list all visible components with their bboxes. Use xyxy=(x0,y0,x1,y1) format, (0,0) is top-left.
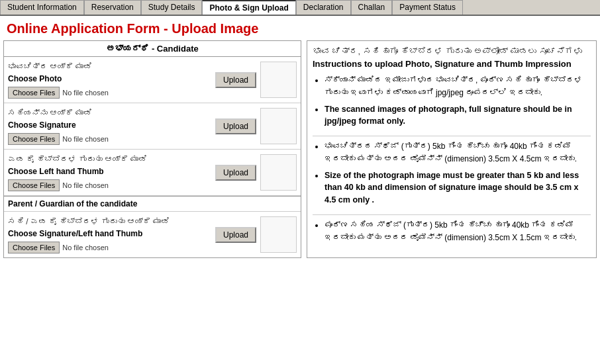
tab-study-details[interactable]: Study Details xyxy=(141,0,203,15)
main-content: ಅಭ್ಯರ್ಥಿ - Candidate ಭಾವಚಿತ್ರ ಆಯ್ಕೆ ಮಾಡಿ… xyxy=(0,40,600,261)
thumb-file-input-area: Choose Files No file chosen xyxy=(8,179,211,191)
instructions-section-2: ಭಾವಚಿತ್ರದ ಸ್ಥೆಜ್ (ಗಾತ್ರ) 5kb ಗಿಂತ ಹೆಚ್ಚು… xyxy=(313,140,591,206)
thumb-no-file-text: No file chosen xyxy=(62,180,109,191)
tab-declaration[interactable]: Declaration xyxy=(296,0,351,15)
photo-choose-button[interactable]: Choose Files xyxy=(8,87,60,99)
guardian-label-area: ಸಹಿ / ಎಡ ಕೈ ಹೆಬ್ಬೆರಳ ಗುರುತು ಆಯ್ಕೆ ಮಾಡಿ C… xyxy=(8,216,211,253)
thumb-bold-label: Choose Left hand Thumb xyxy=(8,165,211,177)
photo-label-area: ಭಾವಚಿತ್ರ ಆಯ್ಕೆ ಮಾಡಿ Choose Photo Choose … xyxy=(8,61,211,99)
thumb-label-area: ಎಡ ಕೈ ಹೆಬ್ಬೆರಳ ಗುರುತು ಆಯ್ಕೆ ಮಾಡಿ Choose … xyxy=(8,154,211,191)
signature-no-file-text: No file chosen xyxy=(62,134,109,145)
thumb-upload-row: ಎಡ ಕೈ ಹೆಬ್ಬೆರಳ ಗುರುತು ಆಯ್ಕೆ ಮಾಡಿ Choose … xyxy=(4,150,301,196)
instructions-section-1: ಸ್ಕ್ಯಾನ್ ಮಾಡಿದ ಇಮೇಜುಗಳಾದ ಭಾವಚಿತ್ರ, ಪೂರ್ಣ… xyxy=(313,74,591,128)
guardian-no-file-text: No file chosen xyxy=(62,242,109,253)
section-divider xyxy=(313,136,591,136)
instruction-item-1-kannada: ಸ್ಕ್ಯಾನ್ ಮಾಡಿದ ಇಮೇಜುಗಳಾದ ಭಾವಚಿತ್ರ, ಪೂರ್ಣ… xyxy=(325,74,591,99)
tab-student-information[interactable]: Student Information xyxy=(0,0,84,15)
thumb-kannada-label: ಎಡ ಕೈ ಹೆಬ್ಬೆರಳ ಗುರುತು ಆಯ್ಕೆ ಮಾಡಿ xyxy=(8,154,211,165)
instruction-item-1-english: The scanned images of photograph, full s… xyxy=(325,103,591,128)
page-title: Online Application Form - Upload Image xyxy=(0,16,600,40)
section-divider-2 xyxy=(313,214,591,215)
photo-upload-button[interactable]: Upload xyxy=(215,72,256,88)
tab-bar: Student Information Reservation Study De… xyxy=(0,0,600,16)
tab-photo-sign-upload[interactable]: Photo & Sign Upload xyxy=(202,0,295,15)
photo-kannada-label: ಭಾವಚಿತ್ರ ಆಯ್ಕೆ ಮಾಡಿ xyxy=(8,61,211,73)
guardian-choose-button[interactable]: Choose Files xyxy=(8,242,60,253)
guardian-file-input-area: Choose Files No file chosen xyxy=(8,242,211,253)
signature-choose-button[interactable]: Choose Files xyxy=(8,133,60,145)
instructions-list-1: ಸ್ಕ್ಯಾನ್ ಮಾಡಿದ ಇಮೇಜುಗಳಾದ ಭಾವಚಿತ್ರ, ಪೂರ್ಣ… xyxy=(313,74,591,128)
instructions-list-2: ಭಾವಚಿತ್ರದ ಸ್ಥೆಜ್ (ಗಾತ್ರ) 5kb ಗಿಂತ ಹೆಚ್ಚು… xyxy=(313,140,591,206)
signature-thumbnail xyxy=(260,108,297,144)
thumb-thumbnail xyxy=(260,154,297,191)
instructions-list-3: ಪೂರ್ಣ ಸಹಿಯ ಸ್ಥೆಜ್ (ಗಾತ್ರ) 5kb ಗಿಂತ ಹೆಚ್ಚ… xyxy=(313,219,591,244)
signature-kannada-label: ಸಹಿಯನ್ನು ಆಯ್ಕೆ ಮಾಡಿ xyxy=(8,107,211,119)
signature-file-input-area: Choose Files No file chosen xyxy=(8,133,211,145)
guardian-upload-button[interactable]: Upload xyxy=(215,227,256,243)
guardian-bold-label: Choose Signature/Left hand Thumb xyxy=(8,228,211,240)
instructions-title-kannada: ಭಾವ ಚಿತ್ರ, ಸಹಿ ಹಾಗೂ ಹೆಬ್ಬೆರಳ ಗುರುತು ಅಪ್ಲ… xyxy=(313,46,591,56)
photo-bold-label: Choose Photo xyxy=(8,73,211,85)
signature-label-area: ಸಹಿಯನ್ನು ಆಯ್ಕೆ ಮಾಡಿ Choose Signature Cho… xyxy=(8,107,211,145)
photo-thumbnail xyxy=(260,62,297,98)
instruction-item-3-kannada: ಪೂರ್ಣ ಸಹಿಯ ಸ್ಥೆಜ್ (ಗಾತ್ರ) 5kb ಗಿಂತ ಹೆಚ್ಚ… xyxy=(325,219,591,244)
candidate-header: ಅಭ್ಯರ್ಥಿ - Candidate xyxy=(4,41,301,57)
upload-panel: ಅಭ್ಯರ್ಥಿ - Candidate ಭಾವಚಿತ್ರ ಆಯ್ಕೆ ಮಾಡಿ… xyxy=(3,40,301,258)
instruction-item-2-kannada: ಭಾವಚಿತ್ರದ ಸ್ಥೆಜ್ (ಗಾತ್ರ) 5kb ಗಿಂತ ಹೆಚ್ಚು… xyxy=(325,140,591,165)
guardian-kannada-label: ಸಹಿ / ಎಡ ಕೈ ಹೆಬ್ಬೆರಳ ಗುರುತು ಆಯ್ಕೆ ಮಾಡಿ xyxy=(8,216,211,228)
guardian-header: Parent / Guardian of the candidate xyxy=(4,196,301,212)
instructions-title-english: Instructions to upload Photo, Signature … xyxy=(313,59,591,69)
photo-upload-row: ಭಾವಚಿತ್ರ ಆಯ್ಕೆ ಮಾಡಿ Choose Photo Choose … xyxy=(4,57,301,103)
guardian-upload-row: ಸಹಿ / ಎಡ ಕೈ ಹೆಬ್ಬೆರಳ ಗುರುತು ಆಯ್ಕೆ ಮಾಡಿ C… xyxy=(4,212,301,257)
tab-challan[interactable]: Challan xyxy=(351,0,393,15)
thumb-choose-button[interactable]: Choose Files xyxy=(8,179,60,191)
signature-bold-label: Choose Signature xyxy=(8,119,211,131)
signature-upload-row: ಸಹಿಯನ್ನು ಆಯ್ಕೆ ಮಾಡಿ Choose Signature Cho… xyxy=(4,103,301,150)
photo-no-file-text: No file chosen xyxy=(62,87,109,99)
tab-payment-status[interactable]: Payment Status xyxy=(392,0,463,15)
photo-file-input-area: Choose Files No file chosen xyxy=(8,87,211,99)
instruction-item-2-english: Size of the photograph image must be gre… xyxy=(325,169,591,206)
signature-upload-button[interactable]: Upload xyxy=(215,118,256,134)
thumb-upload-button[interactable]: Upload xyxy=(215,165,256,181)
instructions-panel: ಭಾವ ಚಿತ್ರ, ಸಹಿ ಹಾಗೂ ಹೆಬ್ಬೆರಳ ಗುರುತು ಅಪ್ಲ… xyxy=(307,40,597,258)
tab-reservation[interactable]: Reservation xyxy=(84,0,141,15)
guardian-thumbnail xyxy=(260,216,297,253)
instructions-section-3: ಪೂರ್ಣ ಸಹಿಯ ಸ್ಥೆಜ್ (ಗಾತ್ರ) 5kb ಗಿಂತ ಹೆಚ್ಚ… xyxy=(313,219,591,244)
